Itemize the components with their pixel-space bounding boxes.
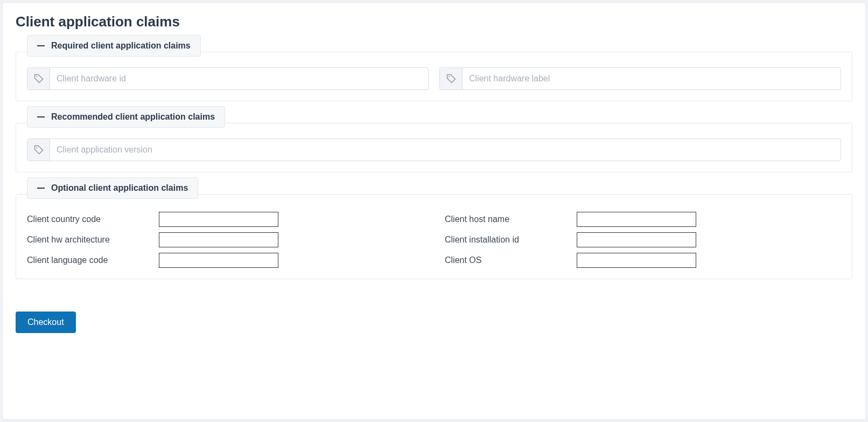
input-client-installation-id[interactable] [577, 232, 696, 247]
required-claims-legend-label: Required client application claims [51, 41, 191, 51]
client-hardware-label-input[interactable] [463, 68, 841, 89]
tag-icon [440, 68, 463, 89]
row-client-os: Client OS [445, 253, 841, 268]
required-claims-fieldset: Required client application claims [16, 52, 852, 101]
input-client-hw-architecture[interactable] [159, 232, 278, 247]
client-hardware-id-group [27, 67, 429, 90]
optional-claims-legend-label: Optional client application claims [51, 183, 188, 193]
recommended-claims-legend-label: Recommended client application claims [51, 112, 215, 122]
optional-claims-legend[interactable]: Optional client application claims [27, 177, 198, 199]
claims-panel: Client application claims Required clien… [2, 2, 866, 420]
page-title: Client application claims [16, 13, 852, 30]
label-client-language-code: Client language code [27, 255, 159, 265]
input-client-country-code[interactable] [159, 212, 278, 227]
label-client-os: Client OS [445, 255, 577, 265]
input-client-host-name[interactable] [577, 212, 696, 227]
row-client-host-name: Client host name [445, 212, 841, 227]
label-client-host-name: Client host name [445, 215, 577, 224]
collapse-icon [37, 45, 45, 46]
client-hardware-label-group [439, 67, 841, 90]
input-client-language-code[interactable] [159, 253, 278, 268]
row-client-country-code: Client country code [27, 212, 423, 227]
optional-claims-fieldset: Optional client application claims Clien… [16, 194, 852, 279]
checkout-button[interactable]: Checkout [16, 312, 76, 333]
row-client-language-code: Client language code [27, 253, 423, 268]
label-client-installation-id: Client installation id [445, 235, 577, 245]
row-client-installation-id: Client installation id [445, 232, 841, 247]
collapse-icon [37, 188, 45, 189]
collapse-icon [37, 116, 45, 117]
client-app-version-group [27, 139, 841, 161]
client-hardware-id-input[interactable] [50, 68, 428, 89]
tag-icon [27, 68, 50, 89]
input-client-os[interactable] [577, 253, 696, 268]
svg-rect-3 [37, 116, 45, 117]
svg-rect-2 [37, 45, 45, 46]
recommended-claims-legend[interactable]: Recommended client application claims [27, 106, 225, 128]
label-client-country-code: Client country code [27, 215, 159, 224]
recommended-claims-fieldset: Recommended client application claims [16, 123, 852, 172]
row-client-hw-architecture: Client hw architecture [27, 232, 423, 247]
label-client-hw-architecture: Client hw architecture [27, 235, 159, 245]
required-claims-legend[interactable]: Required client application claims [27, 35, 201, 57]
svg-rect-4 [37, 188, 45, 189]
client-app-version-input[interactable] [50, 139, 841, 161]
tag-icon [27, 139, 50, 161]
